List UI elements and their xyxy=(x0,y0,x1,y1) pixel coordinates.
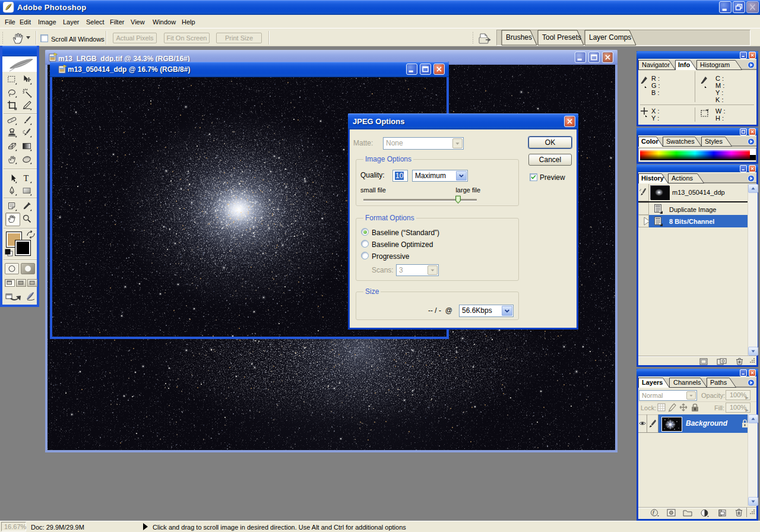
svg-text:Actions: Actions xyxy=(672,175,694,182)
svg-text:Layer Comps: Layer Comps xyxy=(589,33,631,42)
svg-text:Info: Info xyxy=(678,61,690,68)
svg-text:Histogram: Histogram xyxy=(700,61,730,68)
svg-text:Channels: Channels xyxy=(673,379,701,386)
svg-text:Navigator: Navigator xyxy=(642,61,670,68)
svg-text:Paths: Paths xyxy=(710,379,727,386)
svg-text:T: T xyxy=(24,173,29,183)
svg-text:Styles: Styles xyxy=(705,138,723,145)
svg-text:Color: Color xyxy=(641,138,658,145)
svg-text:Brushes: Brushes xyxy=(506,33,532,42)
svg-text:Swatches: Swatches xyxy=(666,138,695,145)
svg-text:Tool Presets: Tool Presets xyxy=(542,33,581,42)
svg-text:History: History xyxy=(641,175,664,182)
svg-text:Layers: Layers xyxy=(642,379,663,386)
